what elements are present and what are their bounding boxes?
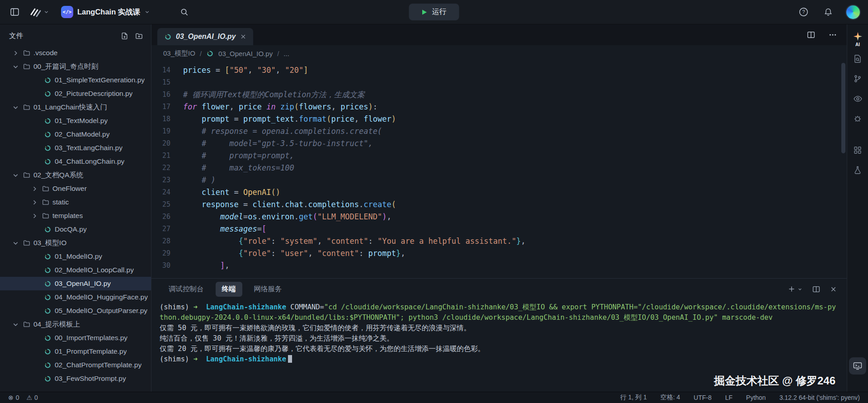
tree-item-DocQA.py[interactable]: DocQA.py	[0, 223, 151, 236]
python-file-icon	[44, 144, 52, 152]
code-line[interactable]: 16# 循环调用Text模型的Completion方法，生成文案	[151, 89, 847, 101]
tree-item-03_TextLangChain.py[interactable]: 03_TextLangChain.py	[0, 141, 151, 155]
tree-item-04_ModelIO_HuggingFace.py[interactable]: 04_ModelIO_HuggingFace.py	[0, 290, 151, 304]
split-panel-icon[interactable]	[811, 284, 821, 294]
code-line[interactable]: 15	[151, 76, 847, 89]
tree-item-05_ModelIO_OutputParser.py[interactable]: 05_ModelIO_OutputParser.py	[0, 304, 151, 318]
panel-tab-终端[interactable]: 终端	[216, 282, 242, 297]
folder-icon	[23, 321, 30, 328]
breadcrumb-item[interactable]: ...	[283, 50, 289, 57]
code-line[interactable]: 20 # model="gpt-3.5-turbo-instruct",	[151, 137, 847, 150]
file-search-icon[interactable]	[849, 50, 866, 68]
code-line[interactable]: 26 model=os.environ.get("LLM_MODELEND"),	[151, 211, 847, 223]
remote-terminal-icon[interactable]	[849, 357, 866, 375]
tree-item-.vscode[interactable]: .vscode	[0, 46, 151, 60]
code-line[interactable]: 22 # max_tokens=100	[151, 162, 847, 174]
tree-item-03_模型IO[interactable]: 03_模型IO	[0, 236, 151, 250]
tree-item-02_文档QA系统[interactable]: 02_文档QA系统	[0, 168, 151, 182]
search-icon[interactable]	[177, 6, 191, 18]
tree-item-03_FewShotPrompt.py[interactable]: 03_FewShotPrompt.py	[0, 372, 151, 385]
tree-item-static[interactable]: static	[0, 195, 151, 209]
tree-item-01_TextModel.py[interactable]: 01_TextModel.py	[0, 114, 151, 128]
help-icon[interactable]: ?	[796, 5, 811, 19]
status-segment[interactable]: UTF-8	[693, 394, 712, 401]
tree-item-01_ModelIO.py[interactable]: 01_ModelIO.py	[0, 250, 151, 263]
status-segment[interactable]: 行 1, 列 1	[620, 394, 647, 402]
tree-item-01_SimpleTextGeneration.py[interactable]: 01_SimpleTextGeneration.py	[0, 73, 151, 87]
terminal-line: (shims) ➜ LangChain-shizhanke COMMAND="c…	[160, 302, 839, 323]
tree-item-templates[interactable]: templates	[0, 209, 151, 223]
tree-item-02_PictureDescription.py[interactable]: 02_PictureDescription.py	[0, 87, 151, 100]
new-folder-icon[interactable]	[135, 32, 143, 40]
tree-item-04_ChatLongChain.py[interactable]: 04_ChatLongChain.py	[0, 155, 151, 168]
panel-tab-调试控制台[interactable]: 调试控制台	[162, 282, 210, 297]
panel-tab-网络服务[interactable]: 网络服务	[248, 282, 288, 297]
code-line[interactable]: 24 client = OpenAI()	[151, 186, 847, 199]
user-avatar[interactable]	[845, 5, 861, 20]
code-line[interactable]: 21 # prompt=prompt,	[151, 150, 847, 162]
notifications-bell-icon[interactable]	[821, 6, 835, 19]
code-review-eye-icon[interactable]	[849, 90, 866, 108]
code-line[interactable]: 30 ],	[151, 260, 847, 272]
line-number: 15	[151, 76, 183, 89]
status-segment[interactable]: 空格: 4	[660, 394, 680, 402]
file-label: static	[52, 198, 69, 206]
python-file-icon	[44, 253, 52, 261]
folder-icon	[23, 104, 30, 111]
workspace-logo[interactable]	[27, 5, 52, 19]
tests-flask-icon[interactable]	[849, 161, 866, 179]
breadcrumb-item[interactable]: 03_OpenAI_IO.py	[218, 50, 273, 57]
tree-item-02_ModelIO_LoopCall.py[interactable]: 02_ModelIO_LoopCall.py	[0, 263, 151, 277]
watermark: 掘金技术社区 @ 修罗246	[714, 374, 835, 388]
errors-count[interactable]: ⊗0	[8, 394, 19, 401]
ai-assistant-icon[interactable]: AI	[849, 30, 866, 48]
code-text: # model="gpt-3.5-turbo-instruct",	[183, 137, 373, 150]
tree-item-04_提示模板上[interactable]: 04_提示模板上	[0, 318, 151, 331]
code-text: for flower, price in zip(flowers, prices…	[183, 101, 377, 113]
code-line[interactable]: 19 # response = openai.completions.creat…	[151, 125, 847, 137]
code-line[interactable]: 25 response = client.chat.completions.cr…	[151, 199, 847, 211]
code-line[interactable]: 28 {"role": "system", "content": "You ar…	[151, 235, 847, 247]
code-line[interactable]: 27 messages=[	[151, 223, 847, 235]
close-panel-icon[interactable]	[829, 285, 838, 294]
tree-item-03_OpenAI_IO.py[interactable]: 03_OpenAI_IO.py	[0, 277, 151, 290]
tree-item-00_开篇词_奇点时刻[interactable]: 00_开篇词_奇点时刻	[0, 60, 151, 73]
git-branch-icon[interactable]	[849, 70, 866, 88]
sidebar-toggle-icon[interactable]	[7, 5, 22, 19]
breadcrumb-item[interactable]: 03_模型IO	[163, 49, 195, 58]
code-text: client = OpenAI()	[183, 186, 280, 199]
status-segment[interactable]: Python	[746, 394, 766, 401]
code-editor[interactable]: 14prices = ["50", "30", "20"]1516# 循环调用T…	[151, 62, 847, 278]
more-actions-icon[interactable]	[826, 29, 840, 41]
code-line[interactable]: 29 {"role": "user", "content": prompt},	[151, 247, 847, 260]
status-segment[interactable]: 3.12.2 64-bit ('shims': pyenv)	[779, 394, 860, 401]
extensions-grid-icon[interactable]	[849, 141, 866, 159]
python-file-icon	[44, 131, 52, 138]
editor-tab-03_OpenAI_IO.py[interactable]: 03_OpenAI_IO.py	[157, 28, 253, 45]
tree-item-01_PromptTemplate.py[interactable]: 01_PromptTemplate.py	[0, 345, 151, 358]
new-file-icon[interactable]	[121, 32, 128, 40]
close-tab-icon[interactable]	[240, 33, 246, 40]
debug-bug-icon[interactable]	[849, 109, 866, 128]
split-editor-icon[interactable]	[804, 29, 818, 41]
code-line[interactable]: 17for flower, price in zip(flowers, pric…	[151, 101, 847, 113]
tree-item-01_LangChain快速入门[interactable]: 01_LangChain快速入门	[0, 100, 151, 114]
file-label: 03_TextLangChain.py	[55, 144, 123, 152]
code-line[interactable]: 18 prompt = prompt_text.format(price, fl…	[151, 113, 847, 125]
python-file-icon	[44, 117, 52, 125]
play-icon	[422, 9, 428, 15]
tree-item-02_ChatPromptTemplate.py[interactable]: 02_ChatPromptTemplate.py	[0, 358, 151, 372]
editor-scrollbar[interactable]	[841, 63, 845, 153]
tree-item-02_ChatModel.py[interactable]: 02_ChatModel.py	[0, 128, 151, 141]
line-number: 22	[151, 162, 183, 174]
code-line[interactable]: 14prices = ["50", "30", "20"]	[151, 64, 847, 76]
new-terminal-icon[interactable]	[787, 284, 803, 294]
code-line[interactable]: 23 # )	[151, 174, 847, 186]
tree-item-OneFlower[interactable]: OneFlower	[0, 182, 151, 195]
tree-item-00_ImportTemplates.py[interactable]: 00_ImportTemplates.py	[0, 331, 151, 345]
status-segment[interactable]: LF	[725, 394, 732, 401]
project-switcher[interactable]: </> LangChain 实战课	[61, 6, 150, 18]
terminal-cursor[interactable]	[288, 355, 292, 363]
warnings-count[interactable]: ⚠0	[27, 394, 38, 401]
run-button[interactable]: 运行	[409, 4, 459, 20]
